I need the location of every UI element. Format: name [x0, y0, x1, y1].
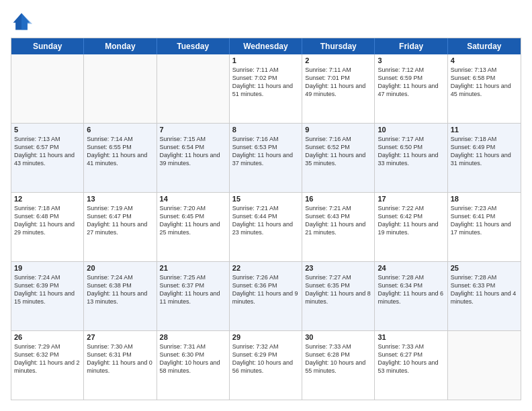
day-number: 31	[378, 333, 444, 341]
week-row: 5Sunrise: 7:13 AM Sunset: 6:57 PM Daylig…	[11, 123, 521, 192]
day-cell: 24Sunrise: 7:28 AM Sunset: 6:34 PM Dayli…	[375, 262, 447, 330]
day-info: Sunrise: 7:28 AM Sunset: 6:33 PM Dayligh…	[451, 273, 518, 306]
week-row: 26Sunrise: 7:29 AM Sunset: 6:32 PM Dayli…	[11, 330, 521, 400]
day-info: Sunrise: 7:21 AM Sunset: 6:43 PM Dayligh…	[305, 204, 371, 237]
day-number: 9	[305, 126, 371, 134]
day-cell	[448, 331, 521, 400]
day-cell: 2Sunrise: 7:11 AM Sunset: 7:01 PM Daylig…	[302, 54, 375, 123]
day-cell: 9Sunrise: 7:16 AM Sunset: 6:52 PM Daylig…	[302, 124, 375, 192]
day-info: Sunrise: 7:28 AM Sunset: 6:34 PM Dayligh…	[378, 273, 444, 306]
day-info: Sunrise: 7:25 AM Sunset: 6:37 PM Dayligh…	[160, 273, 226, 306]
day-number: 21	[160, 264, 226, 272]
day-cell: 15Sunrise: 7:21 AM Sunset: 6:44 PM Dayli…	[230, 193, 302, 261]
day-cell: 4Sunrise: 7:13 AM Sunset: 6:58 PM Daylig…	[448, 54, 521, 123]
day-cell: 27Sunrise: 7:30 AM Sunset: 6:31 PM Dayli…	[84, 331, 157, 400]
day-cell: 6Sunrise: 7:14 AM Sunset: 6:55 PM Daylig…	[84, 124, 157, 192]
day-info: Sunrise: 7:26 AM Sunset: 6:36 PM Dayligh…	[232, 273, 299, 306]
logo-icon	[11, 11, 32, 32]
day-info: Sunrise: 7:11 AM Sunset: 7:02 PM Dayligh…	[232, 66, 299, 99]
day-cell: 26Sunrise: 7:29 AM Sunset: 6:32 PM Dayli…	[11, 331, 84, 400]
day-cell: 17Sunrise: 7:22 AM Sunset: 6:42 PM Dayli…	[375, 193, 447, 261]
day-cell	[11, 54, 84, 123]
day-cell: 14Sunrise: 7:20 AM Sunset: 6:45 PM Dayli…	[157, 193, 230, 261]
day-info: Sunrise: 7:15 AM Sunset: 6:54 PM Dayligh…	[160, 135, 226, 168]
day-number: 17	[378, 195, 444, 203]
day-cell: 20Sunrise: 7:24 AM Sunset: 6:38 PM Dayli…	[84, 262, 157, 330]
day-info: Sunrise: 7:29 AM Sunset: 6:32 PM Dayligh…	[14, 342, 81, 375]
day-number: 29	[232, 333, 299, 341]
day-cell: 19Sunrise: 7:24 AM Sunset: 6:39 PM Dayli…	[11, 262, 84, 330]
day-headers: SundayMondayTuesdayWednesdayThursdayFrid…	[11, 38, 521, 54]
day-info: Sunrise: 7:24 AM Sunset: 6:38 PM Dayligh…	[87, 273, 153, 306]
day-info: Sunrise: 7:23 AM Sunset: 6:41 PM Dayligh…	[451, 204, 518, 237]
day-info: Sunrise: 7:16 AM Sunset: 6:53 PM Dayligh…	[232, 135, 299, 168]
day-info: Sunrise: 7:33 AM Sunset: 6:28 PM Dayligh…	[305, 342, 371, 375]
day-cell: 11Sunrise: 7:18 AM Sunset: 6:49 PM Dayli…	[448, 124, 521, 192]
day-number: 20	[87, 264, 153, 272]
day-info: Sunrise: 7:20 AM Sunset: 6:45 PM Dayligh…	[160, 204, 226, 237]
day-header-thursday: Thursday	[302, 38, 375, 54]
logo	[11, 11, 35, 32]
day-cell: 13Sunrise: 7:19 AM Sunset: 6:47 PM Dayli…	[84, 193, 157, 261]
day-cell: 23Sunrise: 7:27 AM Sunset: 6:35 PM Dayli…	[302, 262, 375, 330]
day-number: 25	[451, 264, 518, 272]
day-cell: 3Sunrise: 7:12 AM Sunset: 6:59 PM Daylig…	[375, 54, 447, 123]
day-info: Sunrise: 7:22 AM Sunset: 6:42 PM Dayligh…	[378, 204, 444, 237]
day-cell: 1Sunrise: 7:11 AM Sunset: 7:02 PM Daylig…	[230, 54, 302, 123]
day-cell: 25Sunrise: 7:28 AM Sunset: 6:33 PM Dayli…	[448, 262, 521, 330]
day-number: 28	[160, 333, 226, 341]
day-cell: 8Sunrise: 7:16 AM Sunset: 6:53 PM Daylig…	[230, 124, 302, 192]
day-number: 1	[232, 56, 299, 64]
page: SundayMondayTuesdayWednesdayThursdayFrid…	[0, 0, 532, 411]
day-number: 27	[87, 333, 153, 341]
day-info: Sunrise: 7:16 AM Sunset: 6:52 PM Dayligh…	[305, 135, 371, 168]
day-info: Sunrise: 7:12 AM Sunset: 6:59 PM Dayligh…	[378, 66, 444, 99]
day-number: 5	[14, 126, 81, 134]
week-row: 19Sunrise: 7:24 AM Sunset: 6:39 PM Dayli…	[11, 261, 521, 330]
day-number: 14	[160, 195, 226, 203]
day-info: Sunrise: 7:27 AM Sunset: 6:35 PM Dayligh…	[305, 273, 371, 306]
day-info: Sunrise: 7:13 AM Sunset: 6:58 PM Dayligh…	[451, 66, 518, 99]
day-info: Sunrise: 7:13 AM Sunset: 6:57 PM Dayligh…	[14, 135, 81, 168]
day-info: Sunrise: 7:32 AM Sunset: 6:29 PM Dayligh…	[232, 342, 299, 375]
day-info: Sunrise: 7:18 AM Sunset: 6:48 PM Dayligh…	[14, 204, 81, 237]
day-number: 13	[87, 195, 153, 203]
day-cell: 16Sunrise: 7:21 AM Sunset: 6:43 PM Dayli…	[302, 193, 375, 261]
weeks: 1Sunrise: 7:11 AM Sunset: 7:02 PM Daylig…	[11, 54, 521, 400]
day-info: Sunrise: 7:33 AM Sunset: 6:27 PM Dayligh…	[378, 342, 444, 375]
day-info: Sunrise: 7:17 AM Sunset: 6:50 PM Dayligh…	[378, 135, 444, 168]
day-number: 16	[305, 195, 371, 203]
day-number: 15	[232, 195, 299, 203]
day-number: 7	[160, 126, 226, 134]
day-info: Sunrise: 7:18 AM Sunset: 6:49 PM Dayligh…	[451, 135, 518, 168]
day-info: Sunrise: 7:14 AM Sunset: 6:55 PM Dayligh…	[87, 135, 153, 168]
day-number: 10	[378, 126, 444, 134]
day-cell: 28Sunrise: 7:31 AM Sunset: 6:30 PM Dayli…	[157, 331, 230, 400]
week-row: 1Sunrise: 7:11 AM Sunset: 7:02 PM Daylig…	[11, 54, 521, 123]
day-cell: 12Sunrise: 7:18 AM Sunset: 6:48 PM Dayli…	[11, 193, 84, 261]
day-info: Sunrise: 7:31 AM Sunset: 6:30 PM Dayligh…	[160, 342, 226, 375]
day-info: Sunrise: 7:19 AM Sunset: 6:47 PM Dayligh…	[87, 204, 153, 237]
day-cell: 22Sunrise: 7:26 AM Sunset: 6:36 PM Dayli…	[230, 262, 302, 330]
day-number: 19	[14, 264, 81, 272]
day-cell	[157, 54, 230, 123]
day-header-tuesday: Tuesday	[157, 38, 230, 54]
day-number: 6	[87, 126, 153, 134]
day-number: 4	[451, 56, 518, 64]
week-row: 12Sunrise: 7:18 AM Sunset: 6:48 PM Dayli…	[11, 192, 521, 261]
day-number: 2	[305, 56, 371, 64]
calendar: SundayMondayTuesdayWednesdayThursdayFrid…	[11, 38, 521, 400]
day-cell: 21Sunrise: 7:25 AM Sunset: 6:37 PM Dayli…	[157, 262, 230, 330]
day-cell: 30Sunrise: 7:33 AM Sunset: 6:28 PM Dayli…	[302, 331, 375, 400]
day-cell: 5Sunrise: 7:13 AM Sunset: 6:57 PM Daylig…	[11, 124, 84, 192]
day-header-sunday: Sunday	[11, 38, 84, 54]
day-header-wednesday: Wednesday	[230, 38, 302, 54]
day-number: 8	[232, 126, 299, 134]
day-cell: 7Sunrise: 7:15 AM Sunset: 6:54 PM Daylig…	[157, 124, 230, 192]
day-number: 18	[451, 195, 518, 203]
day-cell: 31Sunrise: 7:33 AM Sunset: 6:27 PM Dayli…	[375, 331, 447, 400]
day-number: 22	[232, 264, 299, 272]
day-info: Sunrise: 7:21 AM Sunset: 6:44 PM Dayligh…	[232, 204, 299, 237]
day-number: 26	[14, 333, 81, 341]
day-header-monday: Monday	[84, 38, 157, 54]
